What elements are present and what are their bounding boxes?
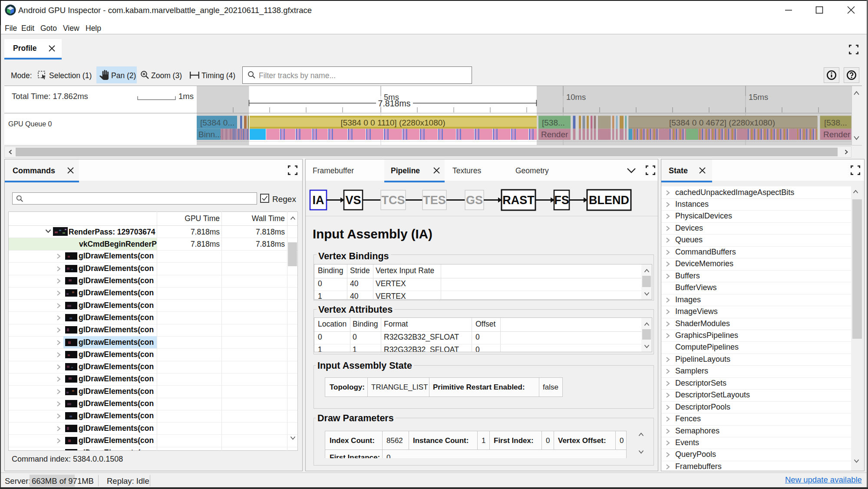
svg-text:[5384 0 0 1110] (2280x1080): [5384 0 0 1110] (2280x1080) xyxy=(340,118,445,127)
svg-text:GPU Queue 0: GPU Queue 0 xyxy=(8,120,52,128)
svg-text:TCS: TCS xyxy=(382,194,405,207)
svg-text:FS: FS xyxy=(554,194,569,207)
svg-text:1ms: 1ms xyxy=(178,92,194,101)
svg-text:7.818ms: 7.818ms xyxy=(378,99,411,108)
svg-text:RAST: RAST xyxy=(502,194,535,207)
svg-text:VS: VS xyxy=(345,194,361,207)
svg-text:TES: TES xyxy=(423,194,446,207)
svg-text:GS: GS xyxy=(466,194,483,207)
svg-text:IA: IA xyxy=(313,194,324,207)
svg-text:BLEND: BLEND xyxy=(589,194,629,207)
svg-text:Total Time: 17.862ms: Total Time: 17.862ms xyxy=(12,92,88,101)
